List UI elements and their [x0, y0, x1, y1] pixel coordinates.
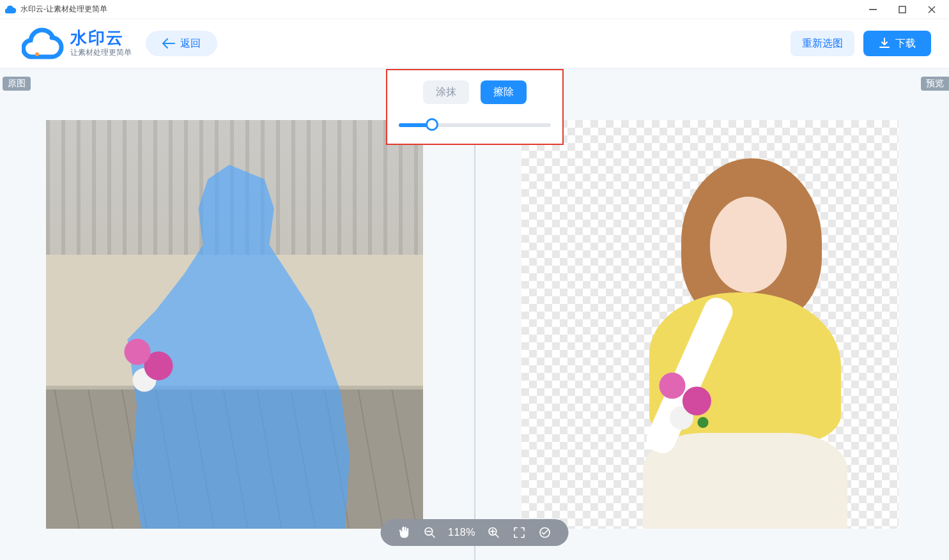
download-button-label: 下载	[895, 37, 916, 50]
zoom-toolbar: 118%	[380, 519, 569, 546]
window-controls	[858, 0, 946, 19]
back-button-label: 返回	[180, 37, 201, 50]
back-button[interactable]: 返回	[146, 31, 217, 56]
window-title-area: 水印云-让素材处理更简单	[5, 4, 107, 15]
window-maximize-button[interactable]	[888, 0, 917, 19]
reselect-image-label: 重新选图	[802, 37, 843, 50]
svg-point-2	[35, 52, 39, 56]
app-header: 水印云 让素材处理更简单 返回 重新选图 下载	[0, 19, 949, 69]
reselect-image-button[interactable]: 重新选图	[791, 31, 854, 56]
download-icon	[879, 38, 890, 49]
preview-image-transparent-bg	[521, 120, 899, 529]
cutout-subject	[585, 158, 860, 529]
brand-name: 水印云	[70, 29, 132, 46]
window-close-button[interactable]	[917, 0, 946, 19]
fit-screen-button[interactable]	[513, 526, 527, 540]
zoom-out-icon	[423, 526, 436, 539]
subject-flowers	[649, 363, 726, 439]
zoom-in-button[interactable]	[487, 526, 501, 540]
original-badge: 原图	[3, 77, 31, 91]
tool-tab-smear-label: 涂抹	[436, 86, 456, 97]
slider-thumb[interactable]	[426, 118, 438, 131]
preview-badge: 预览	[921, 77, 949, 91]
arrow-left-icon	[162, 38, 175, 49]
close-icon	[928, 6, 936, 13]
window-title: 水印云-让素材处理更简单	[20, 4, 107, 15]
fit-screen-icon	[513, 526, 526, 539]
zoom-out-button[interactable]	[422, 526, 436, 540]
svg-rect-1	[899, 6, 906, 13]
confirm-button[interactable]	[538, 526, 552, 540]
brand: 水印云 让素材处理更简单	[22, 27, 132, 59]
maximize-icon	[899, 6, 906, 13]
check-circle-icon	[539, 526, 552, 539]
download-button[interactable]: 下载	[863, 31, 931, 56]
hand-icon	[397, 526, 410, 539]
minimize-icon	[869, 6, 877, 13]
original-image	[46, 120, 423, 529]
svg-rect-0	[869, 9, 877, 10]
app-small-logo-icon	[5, 4, 17, 15]
workspace: 原图 预览	[0, 69, 949, 560]
brand-logo-icon	[22, 27, 64, 59]
tool-tab-erase[interactable]: 擦除	[481, 80, 527, 104]
brush-tool-panel: 涂抹 擦除	[386, 69, 564, 145]
window-titlebar: 水印云-让素材处理更简单	[0, 0, 949, 19]
tool-tab-erase-label: 擦除	[493, 86, 514, 97]
subject-face	[710, 197, 787, 292]
zoom-level-text: 118%	[448, 527, 475, 538]
tool-tab-smear[interactable]: 涂抹	[423, 80, 469, 104]
zoom-in-icon	[488, 526, 500, 539]
pan-hand-button[interactable]	[397, 526, 411, 540]
window-minimize-button[interactable]	[858, 0, 888, 19]
brush-size-slider[interactable]	[399, 118, 551, 131]
brand-subtitle: 让素材处理更简单	[70, 47, 132, 58]
flowers-decoration	[116, 331, 187, 401]
